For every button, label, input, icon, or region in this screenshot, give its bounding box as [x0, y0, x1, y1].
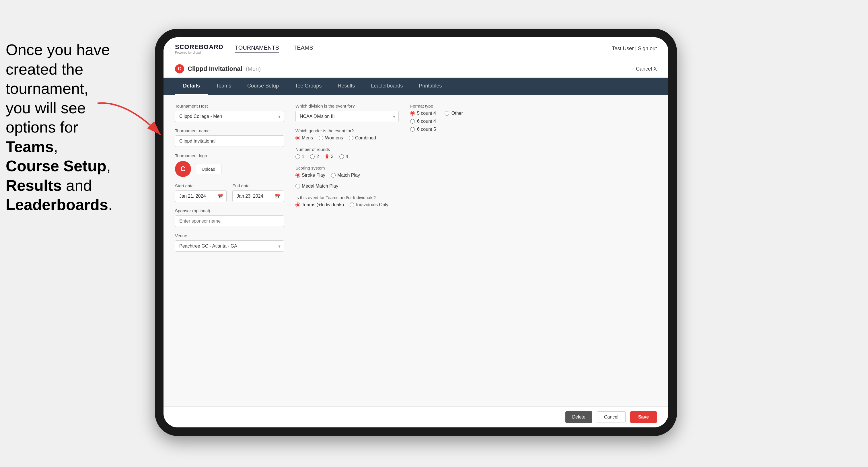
- division-label: Which division is the event for?: [296, 103, 399, 108]
- format-right-col: Other: [444, 111, 463, 135]
- rounds-label: Number of rounds: [296, 147, 399, 152]
- save-button[interactable]: Save: [630, 411, 657, 423]
- venue-group: Venue Peachtree GC - Atlanta - GA: [175, 233, 284, 252]
- right-column: Format type 5 count 4 6 count 4: [410, 103, 496, 398]
- format-options-container: 5 count 4 6 count 4 6 count 5: [410, 111, 496, 135]
- tournament-host-select[interactable]: Clippd College - Men: [175, 111, 284, 122]
- scoring-match[interactable]: Match Play: [331, 173, 360, 178]
- scoring-medal[interactable]: Medal Match Play: [296, 184, 338, 189]
- calendar-icon-2: 📅: [275, 194, 281, 199]
- venue-label: Venue: [175, 233, 284, 238]
- cancel-button[interactable]: Cancel: [597, 411, 626, 423]
- tab-leaderboards[interactable]: Leaderboards: [363, 78, 411, 95]
- end-date-wrapper: 📅: [232, 190, 284, 202]
- format-type-label: Format type: [410, 103, 496, 108]
- format-left-col: 5 count 4 6 count 4 6 count 5: [410, 111, 436, 135]
- tournament-host-select-wrapper: Clippd College - Men: [175, 111, 284, 122]
- division-select-wrapper: NCAA Division III: [296, 111, 399, 122]
- nav-links: TOURNAMENTS TEAMS: [235, 44, 313, 53]
- teams-individuals-group: Is this event for Teams and/or Individua…: [296, 195, 399, 208]
- logo-area: SCOREBOARD Powered by clippd: [175, 43, 223, 54]
- footer-bar: Delete Cancel Save: [163, 406, 669, 428]
- start-date-group: Start date 📅: [175, 183, 227, 202]
- gender-mens[interactable]: Mens: [296, 135, 313, 141]
- breadcrumb-title: Clippd Invitational: [188, 65, 242, 72]
- top-nav-left: SCOREBOARD Powered by clippd TOURNAMENTS…: [175, 43, 313, 54]
- tab-tee-groups[interactable]: Tee Groups: [287, 78, 330, 95]
- venue-select-wrapper: Peachtree GC - Atlanta - GA: [175, 240, 284, 252]
- logo-text: SCOREBOARD: [175, 43, 223, 51]
- teams-individuals-label: Is this event for Teams and/or Individua…: [296, 195, 399, 200]
- cancel-x-button[interactable]: Cancel X: [636, 66, 657, 72]
- top-nav: SCOREBOARD Powered by clippd TOURNAMENTS…: [163, 37, 669, 60]
- tournament-logo-group: Tournament logo C Upload: [175, 153, 284, 177]
- gender-radio-group: Mens Womens Combined: [296, 135, 399, 141]
- tournament-host-group: Tournament Host Clippd College - Men: [175, 103, 284, 122]
- start-date-label: Start date: [175, 183, 227, 188]
- logo-subtitle: Powered by clippd: [175, 51, 223, 54]
- gender-womens[interactable]: Womens: [319, 135, 343, 141]
- tournament-logo-label: Tournament logo: [175, 153, 284, 158]
- sponsor-input[interactable]: [175, 215, 284, 227]
- dates-row: Start date 📅 End date 📅: [175, 183, 284, 208]
- format-5count4[interactable]: 5 count 4: [410, 111, 436, 116]
- gender-combined[interactable]: Combined: [349, 135, 376, 141]
- breadcrumb-content: C Clippd Invitational (Men): [175, 64, 261, 73]
- nav-tournaments[interactable]: TOURNAMENTS: [235, 44, 279, 53]
- format-6count4[interactable]: 6 count 4: [410, 119, 436, 124]
- individuals-only[interactable]: Individuals Only: [350, 202, 389, 208]
- venue-select[interactable]: Peachtree GC - Atlanta - GA: [175, 240, 284, 252]
- user-info: Test User | Sign out: [612, 45, 657, 52]
- rounds-2[interactable]: 2: [310, 154, 319, 159]
- format-other[interactable]: Other: [444, 111, 463, 116]
- nav-teams[interactable]: TEAMS: [293, 44, 313, 53]
- rounds-4[interactable]: 4: [339, 154, 348, 159]
- tournament-name-group: Tournament name: [175, 128, 284, 147]
- tab-details[interactable]: Details: [175, 78, 208, 95]
- teams-plus-individuals[interactable]: Teams (+Individuals): [296, 202, 344, 208]
- sponsor-label: Sponsor (optional): [175, 208, 284, 213]
- tab-teams[interactable]: Teams: [208, 78, 239, 95]
- scoring-radio-group: Stroke Play Match Play Medal Match Play: [296, 173, 399, 189]
- calendar-icon: 📅: [217, 194, 223, 199]
- logo-preview: C: [175, 161, 191, 177]
- middle-column: Which division is the event for? NCAA Di…: [296, 103, 399, 398]
- arrow-icon: [97, 100, 178, 146]
- format-6count5[interactable]: 6 count 5: [410, 127, 436, 132]
- sponsor-group: Sponsor (optional): [175, 208, 284, 227]
- tab-results[interactable]: Results: [330, 78, 363, 95]
- division-select[interactable]: NCAA Division III: [296, 111, 399, 122]
- gender-group: Which gender is the event for? Mens Wome…: [296, 128, 399, 141]
- rounds-radio-group: 1 2 3 4: [296, 154, 399, 159]
- rounds-1[interactable]: 1: [296, 154, 304, 159]
- tournament-name-input[interactable]: [175, 135, 284, 147]
- scoring-group: Scoring system Stroke Play Match Play: [296, 165, 399, 189]
- delete-button[interactable]: Delete: [565, 411, 592, 423]
- tournament-icon: C: [175, 64, 184, 73]
- teams-radio-group: Teams (+Individuals) Individuals Only: [296, 202, 399, 208]
- tab-course-setup[interactable]: Course Setup: [239, 78, 287, 95]
- start-date-wrapper: 📅: [175, 190, 227, 202]
- left-column: Tournament Host Clippd College - Men Tou…: [175, 103, 284, 398]
- tournament-name-label: Tournament name: [175, 128, 284, 133]
- gender-label: Which gender is the event for?: [296, 128, 399, 133]
- format-type-group: Format type 5 count 4 6 count 4: [410, 103, 496, 135]
- rounds-3[interactable]: 3: [325, 154, 334, 159]
- tournament-host-label: Tournament Host: [175, 103, 284, 108]
- end-date-label: End date: [232, 183, 284, 188]
- tablet-screen: SCOREBOARD Powered by clippd TOURNAMENTS…: [163, 37, 669, 428]
- division-group: Which division is the event for? NCAA Di…: [296, 103, 399, 122]
- breadcrumb-subtitle: (Men): [246, 66, 261, 72]
- upload-button[interactable]: Upload: [196, 164, 221, 174]
- end-date-group: End date 📅: [232, 183, 284, 202]
- scoring-label: Scoring system: [296, 165, 399, 170]
- breadcrumb-bar: C Clippd Invitational (Men) Cancel X: [163, 60, 669, 78]
- scoring-stroke[interactable]: Stroke Play: [296, 173, 325, 178]
- tabs-bar: Details Teams Course Setup Tee Groups Re…: [163, 78, 669, 95]
- tablet-frame: SCOREBOARD Powered by clippd TOURNAMENTS…: [155, 29, 677, 436]
- rounds-group: Number of rounds 1 2 3: [296, 147, 399, 159]
- logo-upload-area: C Upload: [175, 161, 284, 177]
- main-content: Tournament Host Clippd College - Men Tou…: [163, 95, 669, 406]
- tab-printables[interactable]: Printables: [411, 78, 450, 95]
